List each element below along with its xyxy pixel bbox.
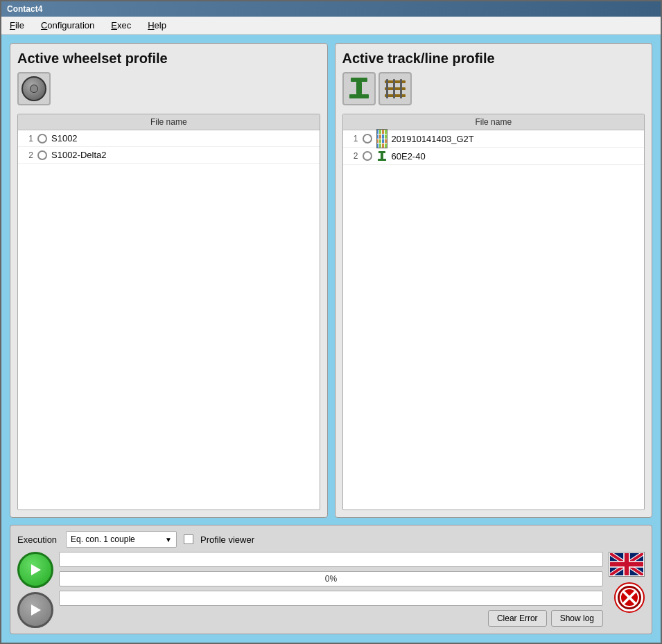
wheelset-icon-button[interactable] [17,72,51,105]
uk-flag [610,553,643,575]
svg-rect-11 [378,159,386,161]
wheel-icon [21,76,46,101]
play-icon [28,603,42,617]
radio-button[interactable] [37,134,47,143]
svg-marker-13 [31,604,41,616]
flag-icon[interactable] [609,552,645,577]
profile-viewer-checkbox[interactable] [184,534,193,544]
execution-dropdown[interactable]: Eq. con. 1 couple ▼ [66,531,177,548]
menu-help[interactable]: Help [145,19,169,32]
main-window: Contact4 File Configuration Exec Help Ac… [0,0,662,644]
row-number: 2 [24,150,33,160]
wheelset-table-header: File name [18,114,320,130]
track-toolbar [342,72,645,105]
wheelset-panel: Active wheelset profile File name 1 S100… [10,43,328,518]
rail-lines-icon [384,78,406,100]
file-name: S1002-Delta2 [51,150,107,160]
svg-rect-8 [400,79,402,98]
svg-rect-9 [378,151,385,153]
play-button-1[interactable] [17,552,53,588]
title-bar: Contact4 [1,1,661,17]
profile-viewer-label: Profile viewer [200,534,254,545]
row-number: 2 [349,151,358,161]
svg-rect-0 [351,78,367,82]
clear-error-button[interactable]: Clear Error [488,610,547,627]
progress-bar: 0% [59,571,603,586]
profiles-row: Active wheelset profile File name 1 S100… [10,43,652,518]
exec-side-right [609,552,645,613]
wheelset-toolbar [17,72,320,105]
svg-rect-1 [356,82,362,94]
grid-icon [376,133,387,144]
svg-rect-6 [386,79,388,98]
window-title: Contact4 [7,4,42,14]
svg-rect-2 [349,94,369,98]
wheelset-file-table: File name 1 S1002 2 S1002-Delta2 [17,114,320,510]
error-x-button[interactable] [614,582,645,613]
track-lines-icon-button[interactable] [378,72,412,105]
exec-area: 0% Clear Error Show log [17,552,645,628]
exec-info: 0% Clear Error Show log [59,552,603,627]
radio-button[interactable] [37,150,47,160]
show-log-button[interactable]: Show log [551,610,603,627]
rail-profile-icon [348,76,370,101]
play-icon [28,563,42,577]
chevron-down-icon: ▼ [165,536,172,543]
file-name: 201910141403_G2T [392,134,474,144]
track-small-icon [376,150,387,162]
exec-text-input-1[interactable] [59,552,603,567]
svg-rect-7 [393,79,395,98]
radio-button[interactable] [363,151,372,161]
svg-rect-10 [381,153,383,159]
table-row[interactable]: 1 201910141403_G2T [343,130,645,148]
execution-label: Execution [17,534,59,545]
error-icon [617,585,642,610]
wheel-inner [30,85,38,93]
row-number: 1 [349,134,358,143]
menu-configuration[interactable]: Configuration [38,19,97,32]
track-table-header: File name [343,114,645,130]
menu-exec[interactable]: Exec [108,19,134,32]
play-button-2[interactable] [17,592,53,628]
execution-panel: Execution Eq. con. 1 couple ▼ Profile vi… [10,525,652,634]
exec-controls [17,552,53,628]
dropdown-value: Eq. con. 1 couple [71,534,135,544]
track-file-table: File name 1 201910141403_G2T [342,114,645,510]
svg-marker-12 [31,564,41,575]
radio-button[interactable] [363,134,372,143]
track-panel: Active track/line profile [335,43,653,518]
menu-file[interactable]: File [7,19,27,32]
track-title: Active track/line profile [342,51,645,67]
menu-bar: File Configuration Exec Help [1,17,661,35]
main-content: Active wheelset profile File name 1 S100… [1,35,661,643]
table-row[interactable]: 2 60E2-40 [343,148,645,165]
file-name: 60E2-40 [392,151,426,162]
table-row[interactable]: 1 S1002 [18,130,320,147]
exec-text-input-2[interactable] [59,591,603,606]
table-row[interactable]: 2 S1002-Delta2 [18,147,320,164]
progress-label: 0% [60,572,602,586]
row-number: 1 [24,134,33,143]
bottom-action-row: Clear Error Show log [59,610,603,627]
track-profile-icon-button[interactable] [342,72,376,105]
wheelset-title: Active wheelset profile [17,51,320,67]
file-name: S1002 [51,133,78,143]
